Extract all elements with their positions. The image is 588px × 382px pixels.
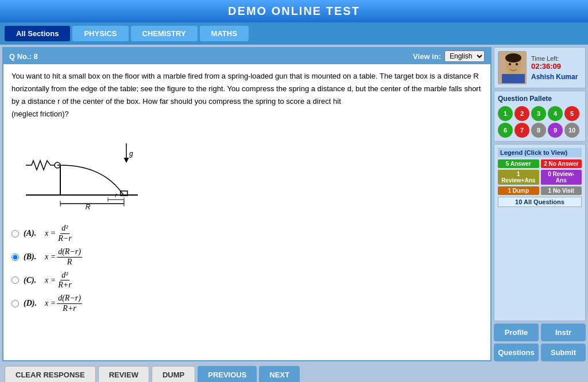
palette-num-10[interactable]: 10: [564, 123, 579, 138]
view-in-label: View in:: [413, 52, 441, 61]
page-title: DEMO ONLINE TEST: [0, 0, 588, 22]
right-action-buttons: Profile Instr Questions Submit: [494, 323, 586, 361]
profile-button[interactable]: Profile: [494, 323, 539, 341]
bottom-bar: CLEAR RESPONSE REVIEW DUMP PREVIOUS NEXT: [0, 364, 588, 382]
legend-section: Legend (Click to View) 5 Answer 2 No Ans…: [494, 144, 586, 321]
option-c: (C). x = d² R+r: [11, 271, 482, 291]
legend-no-answer: 2 No Answer: [541, 159, 582, 168]
palette-num-5[interactable]: 5: [564, 106, 579, 121]
dump-button[interactable]: DUMP: [152, 366, 195, 382]
user-name: Ashish Kumar: [531, 73, 578, 81]
main-area: Q No.: 8 View in: English Hindi You want…: [0, 45, 588, 364]
question-number-bar: Q No.: 8 View in: English Hindi: [3, 48, 490, 64]
palette-num-9[interactable]: 9: [548, 123, 563, 138]
question-palette: Question Pallete 1 2 3 4 5 6 7 8 9 10: [494, 91, 586, 142]
svg-point-20: [509, 63, 511, 65]
user-card: Time Left: 02:36:09 Ashish Kumar: [494, 47, 586, 88]
previous-button[interactable]: PREVIOUS: [198, 366, 257, 382]
option-b-label: (B).: [24, 251, 41, 263]
legend-row-3: 1 Dump 1 No Visit: [498, 186, 582, 195]
legend-review-ans: 1 Review+Ans: [498, 170, 539, 185]
time-value: 02:36:09: [531, 62, 578, 71]
legend-dump: 1 Dump: [498, 186, 539, 195]
legend-row-2: 1 Review+Ans 0 Review-Ans: [498, 170, 582, 185]
option-c-formula: x =: [41, 274, 56, 287]
option-d: (D). x = d(R−r) R+r: [11, 294, 482, 314]
svg-text:g: g: [129, 150, 133, 158]
legend-review-no-ans: 0 Review-Ans: [541, 170, 582, 185]
svg-point-21: [516, 63, 518, 65]
option-d-radio[interactable]: [11, 300, 19, 307]
legend-answer: 5 Answer: [498, 159, 539, 168]
option-a-label: (A).: [24, 227, 41, 240]
next-button[interactable]: NEXT: [259, 366, 300, 382]
questions-button[interactable]: Questions: [494, 344, 539, 361]
palette-num-7[interactable]: 7: [514, 123, 529, 138]
question-content: You want to hit a small box on the floor…: [3, 64, 490, 360]
physics-diagram: g R r: [23, 126, 149, 218]
header-title: DEMO ONLINE TEST: [228, 5, 360, 17]
right-panel: Time Left: 02:36:09 Ashish Kumar Questio…: [494, 47, 586, 361]
tab-maths[interactable]: MATHS: [200, 26, 249, 41]
svg-text:R: R: [86, 203, 91, 211]
option-a-radio[interactable]: [11, 230, 19, 237]
option-a-fraction: d² R−r: [57, 224, 72, 244]
option-d-formula: x =: [41, 297, 56, 310]
right-btn-row-2: Questions Submit: [494, 344, 586, 361]
palette-num-1[interactable]: 1: [498, 106, 513, 121]
svg-rect-17: [502, 74, 525, 84]
tab-bar: All Sections PHYSICS CHEMISTRY MATHS: [0, 22, 588, 45]
legend-all: 10 All Questions: [498, 197, 582, 207]
option-b-fraction: d(R−r) R: [57, 247, 82, 267]
right-btn-row-1: Profile Instr: [494, 323, 586, 341]
legend-title[interactable]: Legend (Click to View): [498, 148, 582, 157]
question-number: Q No.: 8: [9, 52, 38, 61]
option-c-fraction: d² R+r: [57, 271, 72, 291]
legend-row-1: 5 Answer 2 No Answer: [498, 159, 582, 168]
option-d-fraction: d(R−r) R+r: [57, 294, 82, 314]
svg-point-19: [505, 53, 521, 63]
time-label: Time Left:: [531, 55, 578, 62]
view-in-selector: View in: English Hindi: [413, 50, 485, 62]
option-a: (A). x = d² R−r: [11, 224, 482, 244]
option-a-formula: x =: [41, 227, 56, 240]
language-select[interactable]: English Hindi: [444, 50, 485, 62]
clear-response-button[interactable]: CLEAR RESPONSE: [5, 366, 96, 382]
tab-all-sections[interactable]: All Sections: [5, 26, 70, 41]
tab-chemistry[interactable]: CHEMISTRY: [131, 26, 198, 41]
palette-title: Question Pallete: [498, 95, 582, 103]
question-area: Q No.: 8 View in: English Hindi You want…: [2, 47, 492, 361]
palette-num-4[interactable]: 4: [548, 106, 563, 121]
user-info: Time Left: 02:36:09 Ashish Kumar: [531, 55, 578, 81]
palette-num-6[interactable]: 6: [498, 123, 513, 138]
option-b-formula: x =: [41, 251, 56, 263]
submit-button[interactable]: Submit: [541, 344, 586, 361]
palette-num-2[interactable]: 2: [514, 106, 529, 121]
tab-physics[interactable]: PHYSICS: [72, 26, 128, 41]
legend-no-visit: 1 No Visit: [541, 186, 582, 195]
option-b: (B). x = d(R−r) R: [11, 247, 482, 267]
question-text: You want to hit a small box on the floor…: [11, 70, 482, 120]
option-b-radio[interactable]: [11, 254, 19, 261]
review-button[interactable]: REVIEW: [98, 366, 149, 382]
palette-num-3[interactable]: 3: [531, 106, 546, 121]
option-d-label: (D).: [24, 297, 41, 310]
avatar: [498, 51, 527, 84]
palette-num-8[interactable]: 8: [531, 123, 546, 138]
option-c-radio[interactable]: [11, 276, 19, 284]
instr-button[interactable]: Instr: [541, 323, 586, 341]
option-c-label: (C).: [24, 274, 41, 287]
palette-grid: 1 2 3 4 5 6 7 8 9 10: [498, 106, 582, 138]
